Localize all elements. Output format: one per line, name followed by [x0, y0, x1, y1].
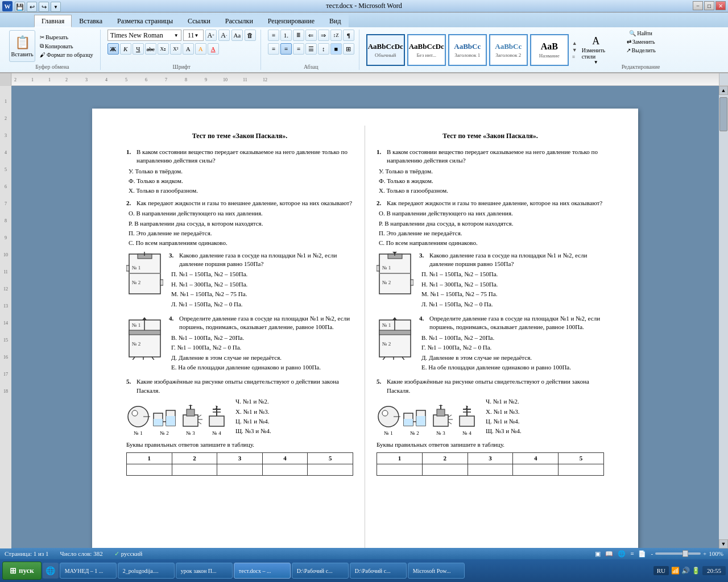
taskbar-icon-ie[interactable]: 🌐	[43, 563, 59, 579]
tab-layout[interactable]: Разметка страницы	[110, 15, 180, 27]
q5-experiments: № 1 № 2	[126, 397, 353, 437]
svg-marker-63	[188, 405, 193, 406]
rq3-opt4: Л. №1 – 150Па, №2 – 0 Па.	[421, 300, 604, 309]
style-heading1[interactable]: AaBbCc Заголовок 1	[448, 34, 487, 66]
copy-button[interactable]: ⧉Копировать	[38, 42, 96, 50]
document-area[interactable]: 1 2 3 4 5 6 7 8 9 10 11 12 13 14 15 16 1…	[0, 86, 728, 548]
show-para-button[interactable]: ¶	[343, 30, 354, 41]
superscript-button[interactable]: X²	[170, 43, 181, 55]
style-title[interactable]: AaB Название	[530, 34, 569, 66]
font-name-dropdown[interactable]: Times New Roman ▼	[107, 30, 181, 41]
text-effects-button[interactable]: A	[183, 43, 194, 55]
rcol-4: 4	[513, 453, 559, 464]
font-size-dropdown[interactable]: 11 ▼	[183, 30, 204, 41]
tab-mailings[interactable]: Рассылки	[218, 15, 260, 27]
shrink-font-button[interactable]: A-	[218, 30, 230, 41]
taskbar-btn-polug[interactable]: 2_polugodija....	[118, 563, 175, 579]
style-normal[interactable]: AaBbCcDc Обычный	[366, 34, 405, 66]
decrease-indent-button[interactable]: ⇐	[305, 30, 317, 41]
save-button[interactable]: 💾	[15, 2, 25, 12]
font-color-button[interactable]: A	[208, 43, 219, 55]
svg-point-92	[382, 410, 388, 416]
taskbar-btn-test[interactable]: тест.docx – ...	[234, 563, 291, 579]
select-button[interactable]: ↗ Выделить	[624, 47, 658, 54]
style-no-spacing[interactable]: AaBbCcDc Без инт...	[407, 34, 446, 66]
italic-button[interactable]: К	[120, 43, 131, 55]
view-web-button[interactable]: 🌐	[618, 550, 626, 558]
bold-button[interactable]: Ж	[107, 43, 119, 55]
customize-qa-button[interactable]: ▼	[51, 2, 61, 12]
taskbar-btn-urok[interactable]: урок закон П...	[176, 563, 233, 579]
justify-button[interactable]: ☰	[305, 43, 317, 55]
format-painter-button[interactable]: 🖌Формат по образцу	[38, 51, 96, 59]
taskbar-btn-mspow[interactable]: Microsoft Pow...	[408, 563, 465, 579]
subscript-button[interactable]: X₂	[158, 43, 169, 55]
line-spacing-button[interactable]: ↕	[318, 43, 329, 55]
rcol-2: 2	[422, 453, 468, 464]
rq1-body: В каком состоянии вещество передает оказ…	[387, 148, 604, 165]
align-right-button[interactable]: ≡	[293, 43, 304, 55]
battery-icon[interactable]: 🔋	[692, 567, 700, 575]
rcol-3: 3	[468, 453, 513, 464]
volume-icon[interactable]: 🔊	[681, 567, 690, 575]
highlight-button[interactable]: A	[195, 43, 206, 55]
change-case-button[interactable]: Аа	[231, 30, 243, 41]
q2-text: 2. Как передают жидкости и газы то внешн…	[126, 199, 353, 207]
zoom-in-button[interactable]: +	[703, 550, 706, 557]
change-styles-button[interactable]: A Изменить стили ▼	[582, 35, 610, 65]
grow-font-button[interactable]: A+	[205, 30, 217, 41]
ans-1	[127, 464, 172, 476]
start-button[interactable]: ⊞ пуск	[2, 562, 42, 580]
strikethrough-button[interactable]: abc	[145, 43, 156, 55]
svg-rect-100	[437, 409, 445, 416]
tab-review[interactable]: Рецензирование	[260, 15, 322, 27]
replace-button[interactable]: ⇄ Заменить	[624, 38, 657, 45]
style-heading2[interactable]: AaBbCc Заголовок 2	[489, 34, 528, 66]
find-button[interactable]: 🔍 Найти	[627, 30, 655, 37]
underline-button[interactable]: Ч	[133, 43, 144, 55]
scroll-down-button[interactable]: ▼	[719, 539, 728, 548]
cut-button[interactable]: ✂Вырезать	[38, 34, 96, 41]
maximize-button[interactable]: □	[704, 1, 714, 10]
view-draft-button[interactable]: 📄	[638, 550, 646, 558]
network-icon[interactable]: 📶	[671, 567, 680, 575]
increase-indent-button[interactable]: ⇒	[318, 30, 329, 41]
minimize-button[interactable]: −	[693, 1, 703, 10]
paste-button[interactable]: 📋 Вставить	[9, 30, 35, 62]
zoom-out-button[interactable]: -	[651, 550, 653, 557]
vertical-scrollbar[interactable]: ▲ ▼	[719, 86, 728, 548]
align-center-button[interactable]: ≡	[280, 43, 292, 55]
svg-text:15: 15	[3, 338, 8, 343]
rexp-item-2: № 2	[403, 405, 427, 437]
zoom-slider[interactable]	[655, 552, 701, 555]
tab-references[interactable]: Ссылки	[180, 15, 218, 27]
undo-button[interactable]: ↩	[27, 2, 37, 12]
bullets-button[interactable]: ≡	[268, 30, 279, 41]
close-button[interactable]: ✕	[715, 1, 726, 10]
border-button[interactable]: ⊞	[343, 43, 354, 55]
sort-button[interactable]: ↕Z	[330, 30, 342, 41]
taskbar-btn-d1[interactable]: D:\Рабочий с...	[292, 563, 349, 579]
lang-indicator[interactable]: RU	[653, 566, 669, 575]
scroll-thumb[interactable]	[719, 97, 727, 131]
styles-more-button[interactable]: ▲ ▼ ≡	[572, 40, 577, 60]
shading-button[interactable]: ■	[330, 43, 342, 55]
tab-insert[interactable]: Вставка	[72, 15, 110, 27]
numbering-button[interactable]: 1.	[280, 30, 292, 41]
scroll-up-button[interactable]: ▲	[719, 86, 728, 95]
clear-format-button[interactable]: 🗑	[245, 30, 256, 41]
multilevel-button[interactable]: ≣	[293, 30, 304, 41]
svg-line-105	[448, 422, 452, 424]
view-reading-button[interactable]: 📖	[605, 550, 613, 558]
taskbar-btn-maune[interactable]: МАУНЕД – 1 ...	[60, 563, 117, 579]
tab-view[interactable]: Вид	[322, 15, 349, 27]
redo-button[interactable]: ↪	[39, 2, 49, 12]
align-left-button[interactable]: ≡	[268, 43, 279, 55]
view-print-button[interactable]: ▣	[595, 550, 601, 558]
view-outline-button[interactable]: ≡	[630, 550, 634, 557]
statusbar: Страница: 1 из 1 Число слов: 382 ✓ русск…	[0, 548, 728, 559]
tab-home[interactable]: Главная	[34, 15, 72, 27]
svg-text:2: 2	[65, 77, 68, 82]
taskbar-btn-d2[interactable]: D:\Рабочий с...	[350, 563, 407, 579]
svg-text:6: 6	[145, 77, 147, 82]
